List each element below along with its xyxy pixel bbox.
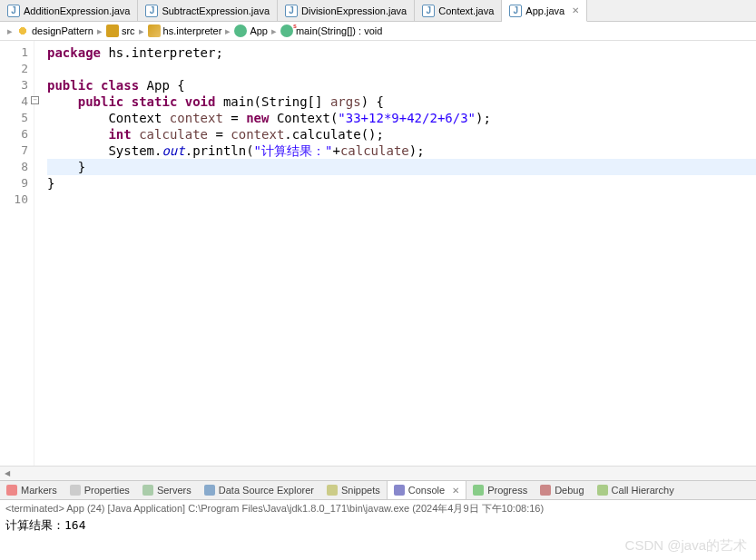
tab-context[interactable]: Context.java [415,0,502,21]
java-file-icon [285,5,298,17]
properties-icon [70,485,81,496]
tab-snippets[interactable]: Snippets [320,481,387,499]
java-file-icon [422,5,435,17]
tab-call-hierarchy[interactable]: Call Hierarchy [591,481,681,499]
code-line [47,61,756,77]
close-icon[interactable]: ✕ [452,486,459,496]
code-line: int calculate = context.calculate(); [47,126,756,142]
java-file-icon [145,5,158,17]
chevron-right-icon: ▸ [271,25,277,37]
breadcrumb-package[interactable]: hs.interpreter [148,25,222,37]
breadcrumb-src[interactable]: src [106,25,135,37]
tab-debug[interactable]: Debug [534,481,590,499]
chevron-right-icon: ▸ [7,25,13,37]
chevron-right-icon: ▸ [225,25,231,37]
servers-icon [142,485,153,496]
console-output: 计算结果：164 [5,517,751,534]
scroll-left-icon[interactable]: ◀ [0,467,15,481]
console-icon [394,485,405,496]
tab-subtract[interactable]: SubtractExpression.java [138,0,278,21]
horizontal-scrollbar[interactable]: ◀ [0,466,756,480]
code-line [47,192,756,208]
code-line: System.out.println("计算结果："+calculate); [47,142,756,159]
console-status: <terminated> App (24) [Java Application]… [5,502,751,516]
breadcrumb-project[interactable]: designPattern [16,25,93,37]
project-icon [16,25,29,37]
close-icon[interactable]: ✕ [572,5,579,15]
tab-progress[interactable]: Progress [466,481,534,499]
snippets-icon [327,485,338,496]
chevron-right-icon: ▸ [139,25,144,37]
datasource-icon [204,485,215,496]
source-folder-icon [106,25,119,37]
tab-properties[interactable]: Properties [64,481,136,499]
java-file-icon [509,5,522,17]
bottom-panel-tabs: Markers Properties Servers Data Source E… [0,480,756,500]
chevron-right-icon: ▸ [97,25,103,37]
package-icon [148,25,161,37]
line-gutter: 1 2 3 4− 5 6 7 8 9 10 [0,41,34,466]
tab-data-source[interactable]: Data Source Explorer [198,481,320,499]
call-hierarchy-icon [597,485,608,496]
code-line: public class App { [47,77,756,93]
code-line: } [47,175,756,192]
java-file-icon [7,5,20,17]
method-icon [280,25,293,37]
tab-app[interactable]: App.java✕ [502,0,587,22]
code-area[interactable]: package hs.interpreter; public class App… [34,41,756,466]
breadcrumb: ▸ designPattern ▸ src ▸ hs.interpreter ▸… [0,22,756,41]
tab-division[interactable]: DivisionExpression.java [278,0,415,21]
code-line: package hs.interpreter; [47,44,756,61]
progress-icon [473,485,484,496]
breadcrumb-class[interactable]: App [234,25,268,37]
tab-servers[interactable]: Servers [136,481,198,499]
code-line: Context context = new Context("33+12*9+4… [47,110,756,126]
code-line: public static void main(String[] args) { [47,93,756,110]
tab-markers[interactable]: Markers [0,481,64,499]
editor: 1 2 3 4− 5 6 7 8 9 10 package hs.interpr… [0,41,756,466]
tab-console[interactable]: Console✕ [387,481,466,499]
tab-addition[interactable]: AdditionExpression.java [0,0,138,21]
code-line: } [47,159,756,175]
markers-icon [6,485,17,496]
editor-tab-bar: AdditionExpression.java SubtractExpressi… [0,0,756,22]
class-icon [234,25,247,37]
breadcrumb-method[interactable]: main(String[]) : void [280,25,382,37]
debug-icon [540,485,551,496]
console-panel: <terminated> App (24) [Java Application]… [0,500,756,553]
